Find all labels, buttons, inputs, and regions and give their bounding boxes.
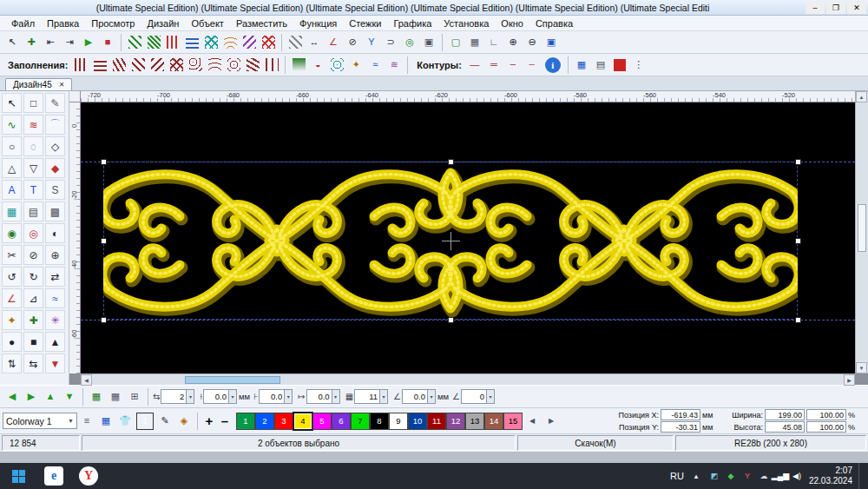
triple-run-stitch-icon[interactable] [144,33,163,52]
colorway-menu-icon[interactable]: ≡ [77,412,96,431]
motif-fill-icon[interactable] [201,33,220,52]
slow-redraw-icon[interactable]: ▶ [79,33,98,52]
menu-arrange[interactable]: Разместить [230,17,293,30]
zoom-in-icon[interactable]: ⊕ [503,33,523,52]
browser-icon[interactable]: e [36,463,71,489]
dot-tool[interactable]: ● [2,332,22,352]
thread-color-swatch[interactable]: 8 [370,413,389,430]
zigzag-fill-type-icon[interactable] [109,56,128,75]
antivirus-shield-icon[interactable]: ◆ [725,470,737,482]
contour-fill-icon[interactable] [220,33,240,52]
menu-help[interactable]: Справка [529,17,579,30]
selection-handle-middle-right[interactable] [795,238,801,244]
height-percent-input[interactable]: 100.00 [806,421,846,433]
triangle-tool[interactable]: △ [2,158,22,178]
apply-color-icon[interactable]: ◈ [174,412,194,431]
polygon-select-tool[interactable]: □ [23,93,43,113]
thread-color-swatch[interactable]: 5 [312,413,332,430]
info-icon[interactable]: i [545,57,561,73]
run-stitch-icon[interactable] [125,33,144,52]
insert-object-icon[interactable]: ✚ [22,33,41,52]
menu-file[interactable]: Файл [5,17,41,30]
e-stitch-type-icon[interactable] [128,56,148,75]
overview-window-icon[interactable]: ▣ [542,33,561,52]
tatami-fill-icon[interactable] [182,33,201,52]
hatch-fill-tool[interactable]: ▩ [45,202,65,221]
fill-hole-tool[interactable]: ◉ [2,223,22,243]
reshape-tool[interactable]: ✎ [45,93,65,113]
show-grid-icon[interactable]: ▦ [465,33,484,52]
slant-tool[interactable]: ⊿ [23,288,43,308]
horizontal-scroll-thumb[interactable] [185,376,280,384]
close-button[interactable]: ✕ [847,1,866,14]
feather-edge-icon[interactable]: ≋ [385,56,404,75]
thread-color-swatch[interactable]: 6 [332,413,351,430]
selection-handle-top-right[interactable] [795,159,801,165]
rotate-left-tool[interactable]: ↺ [2,267,22,287]
cloud-sync-icon[interactable]: ☁ [758,470,770,482]
selection-handle-top-center[interactable] [448,159,454,165]
sculpture-outline-icon[interactable]: ┄ [503,56,523,75]
thread-color-swatch[interactable]: 10 [408,413,427,430]
color-management-icon[interactable]: ◩ [708,470,720,482]
menu-setup[interactable]: Установка [437,17,495,30]
select-tool[interactable]: ↖ [2,93,22,113]
cross-stitch-icon[interactable] [259,33,278,52]
parameter-input[interactable]: 11 [354,389,380,404]
scroll-down-icon[interactable]: ▼ [856,362,867,373]
output-machine-tool[interactable]: ▼ [45,354,65,373]
stitch-angle-icon[interactable]: ∠ [324,33,343,52]
digitize-run-tool[interactable]: ∿ [2,115,22,135]
thread-color-swatch[interactable]: 13 [465,413,484,430]
parameter-input[interactable]: 2 [161,389,187,404]
palette-scroll-right-icon[interactable]: ▶ [542,412,561,431]
add-object-tool[interactable]: ✚ [23,310,43,330]
add-node-tool[interactable]: ⊕ [45,245,65,265]
show-desktop-button[interactable] [858,463,863,489]
fill-grid-tool[interactable]: ▦ [2,202,22,221]
maximize-button[interactable]: ❐ [826,1,845,14]
block-tool[interactable]: ■ [23,332,43,352]
triangle-down-tool[interactable]: ▽ [23,158,43,178]
swap-vertical-tool[interactable]: ⇅ [2,354,22,373]
selection-handle-bottom-left[interactable] [101,317,107,323]
thread-color-swatch[interactable]: 3 [274,413,293,430]
wave-effect-icon[interactable]: ≈ [365,56,385,75]
color-picker-icon[interactable]: ✎ [155,412,174,431]
product-visualizer-icon[interactable]: 👕 [115,412,135,431]
satin-fill-type-icon[interactable] [90,56,109,75]
outlines-offsets-icon[interactable]: ◎ [400,33,419,52]
show-hoop-icon[interactable]: ▢ [446,33,465,52]
thread-color-swatch[interactable]: 1 [236,413,255,430]
remove-overlaps-icon[interactable]: ⊘ [343,33,362,52]
monogram-tool[interactable]: T [23,180,43,200]
digitize-contour-tool[interactable]: ⌒ [45,115,65,135]
thread-color-swatch[interactable]: 2 [255,413,274,430]
thread-color-swatch[interactable]: 15 [503,413,523,430]
selection-handle-top-left[interactable] [101,159,107,165]
digitize-satin-tool[interactable]: ≋ [23,115,43,135]
print-preview-icon[interactable]: ▤ [591,56,610,75]
yandex-browser-icon[interactable]: Y [71,463,106,489]
thread-color-swatch[interactable]: 4 [293,413,312,430]
options-menu-icon[interactable]: ⋮ [629,56,648,75]
spinner-arrow-icon[interactable]: ▾ [428,389,436,404]
cross-fill-type-icon[interactable] [167,56,186,75]
diamond-tool[interactable]: ◇ [45,136,65,156]
pos-y-input[interactable]: -30.31 [661,421,700,433]
stitch-player-icon[interactable]: ■ [98,33,117,52]
trapunto-icon[interactable]: ◒ [308,56,327,75]
parameter-input[interactable]: 0 [461,389,487,404]
menu-design[interactable]: Дизайн [141,17,185,30]
start-button[interactable] [0,463,36,489]
clock[interactable]: 2:07 22.03.2024 [809,466,852,486]
show-rulers-icon[interactable]: ∟ [484,33,503,52]
up-tool[interactable]: ▲ [45,332,65,352]
nudge-down-icon[interactable]: ▼ [60,387,79,406]
colorway-select[interactable]: Colorway 1 ▼ [3,413,77,429]
tab-close-icon[interactable]: ✕ [59,81,65,89]
parameter-input[interactable]: 0.0 [259,389,285,404]
nudge-left-icon[interactable]: ◀ [3,387,22,406]
underlay-icon[interactable] [286,33,305,52]
satin-stitch-icon[interactable] [163,33,182,52]
